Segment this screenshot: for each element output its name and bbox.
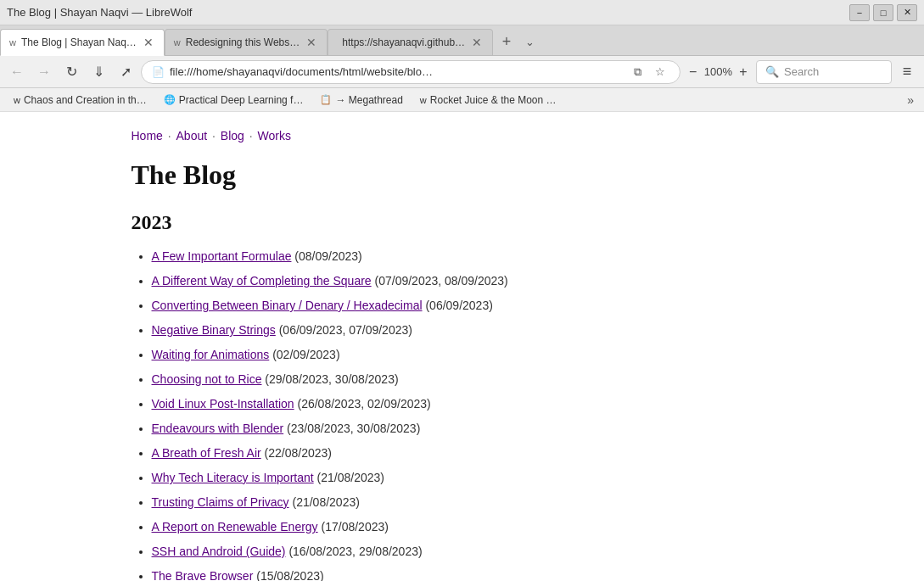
nav-about-link[interactable]: About xyxy=(176,129,208,142)
maximize-button[interactable]: □ xyxy=(873,4,893,21)
list-item: A Report on Renewable Energy (17/08/2023… xyxy=(152,518,793,536)
post-link-8[interactable]: A Breath of Fresh Air xyxy=(152,446,261,460)
share-button[interactable]: ➚ xyxy=(114,60,137,84)
post-date-9: (21/08/2023) xyxy=(317,471,384,484)
post-link-1[interactable]: A Different Way of Completing the Square xyxy=(152,274,372,288)
title-bar: The Blog | Shayan Naqvi — LibreWolf − □ … xyxy=(0,0,924,25)
post-date-11: (17/08/2023) xyxy=(322,520,389,534)
list-item: A Few Important Formulae (08/09/2023) xyxy=(152,248,793,265)
forward-button[interactable]: → xyxy=(32,60,56,84)
reload-button[interactable]: ↻ xyxy=(59,60,83,84)
post-link-3[interactable]: Negative Binary Strings xyxy=(152,323,276,337)
post-link-10[interactable]: Trusting Claims of Privacy xyxy=(152,495,289,509)
nav-sep-2: · xyxy=(212,129,219,142)
search-placeholder: Search xyxy=(784,65,819,78)
post-link-13[interactable]: The Brave Browser xyxy=(152,569,254,581)
url-file-icon: 📄 xyxy=(152,66,165,78)
url-bar[interactable]: 📄 file:///home/shayanaqvi/documents/html… xyxy=(141,60,680,84)
post-link-2[interactable]: Converting Between Binary / Denary / Hex… xyxy=(152,299,423,312)
post-date-3: (06/09/2023, 07/09/2023) xyxy=(279,323,412,337)
post-link-7[interactable]: Endeavours with Blender xyxy=(152,422,284,435)
nav-blog-link[interactable]: Blog xyxy=(221,129,244,142)
search-box[interactable]: 🔍 Search xyxy=(756,60,892,84)
tab-1-label: The Blog | Shayan Naq… xyxy=(21,36,137,48)
search-icon: 🔍 xyxy=(765,65,779,78)
tab-3-label: https://shayanaqvi.github… xyxy=(342,36,465,48)
post-link-9[interactable]: Why Tech Literacy is Important xyxy=(152,471,314,484)
bookmark-4-icon: w xyxy=(420,95,427,105)
tab-2[interactable]: w Redesigning this Webs… ✕ xyxy=(165,29,328,55)
url-actions: ⧉ ☆ xyxy=(629,63,669,81)
list-item: Endeavours with Blender (23/08/2023, 30/… xyxy=(152,420,793,438)
post-link-11[interactable]: A Report on Renewable Energy xyxy=(152,520,318,534)
nav-sep-1: · xyxy=(168,129,175,142)
post-date-5: (29/08/2023, 30/08/2023) xyxy=(265,372,398,386)
list-item: Trusting Claims of Privacy (21/08/2023) xyxy=(152,494,793,511)
bookmarks-bar: w Chaos and Creation in th… 🌐 Practical … xyxy=(0,88,924,112)
post-date-6: (26/08/2023, 02/09/2023) xyxy=(298,397,431,411)
post-date-2: (06/09/2023) xyxy=(425,299,492,312)
blog-post-list: A Few Important Formulae (08/09/2023) A … xyxy=(132,248,793,581)
list-item: A Breath of Fresh Air (22/08/2023) xyxy=(152,444,793,462)
tab-2-icon: w xyxy=(174,37,181,47)
list-item: Void Linux Post-Installation (26/08/2023… xyxy=(152,395,793,413)
back-button[interactable]: ← xyxy=(5,60,29,84)
nav-bar: ← → ↻ ⇓ ➚ 📄 file:///home/shayanaqvi/docu… xyxy=(0,56,924,88)
tab-3[interactable]: https://shayanaqvi.github… ✕ xyxy=(328,29,493,55)
post-date-1: (07/09/2023, 08/09/2023) xyxy=(375,274,508,288)
bookmarks-overflow-button[interactable]: » xyxy=(904,92,917,109)
window-controls[interactable]: − □ ✕ xyxy=(849,4,917,21)
tab-3-close[interactable]: ✕ xyxy=(470,36,484,49)
list-item: Choosing not to Rice (29/08/2023, 30/08/… xyxy=(152,371,793,388)
bookmark-2-label: Practical Deep Learning f… xyxy=(179,94,304,106)
zoom-area: − 100% + xyxy=(684,63,753,81)
tab-1-icon: w xyxy=(9,37,16,47)
zoom-out-button[interactable]: − xyxy=(684,63,703,81)
post-date-0: (08/09/2023) xyxy=(294,249,361,263)
list-item: Converting Between Binary / Denary / Hex… xyxy=(152,297,793,315)
page-content: Home · About · Blog · Works The Blog 202… xyxy=(98,112,827,581)
post-date-10: (21/08/2023) xyxy=(292,495,359,509)
download-button[interactable]: ⇓ xyxy=(87,60,110,84)
bookmark-3-label: → Megathread xyxy=(335,94,402,106)
zoom-in-button[interactable]: + xyxy=(734,63,753,81)
tab-1-close[interactable]: ✕ xyxy=(142,36,155,49)
close-button[interactable]: ✕ xyxy=(897,4,917,21)
post-date-8: (22/08/2023) xyxy=(265,446,332,460)
nav-sep-3: · xyxy=(249,129,256,142)
list-item: SSH and Android (Guide) (16/08/2023, 29/… xyxy=(152,543,793,561)
post-link-5[interactable]: Choosing not to Rice xyxy=(152,372,262,386)
year-2023-heading: 2023 xyxy=(132,211,793,234)
list-item: Waiting for Animations (02/09/2023) xyxy=(152,346,793,364)
minimize-button[interactable]: − xyxy=(849,4,870,21)
page-nav: Home · About · Blog · Works xyxy=(132,129,793,142)
url-text: file:///home/shayanaqvi/documents/html/w… xyxy=(170,65,624,78)
nav-home-link[interactable]: Home xyxy=(132,129,163,142)
new-tab-button[interactable]: + xyxy=(495,29,518,55)
nav-works-link[interactable]: Works xyxy=(258,129,291,142)
list-item: A Different Way of Completing the Square… xyxy=(152,272,793,290)
post-date-12: (16/08/2023, 29/08/2023) xyxy=(288,545,422,558)
bookmark-1[interactable]: w Chaos and Creation in th… xyxy=(7,92,154,108)
bookmark-3[interactable]: 📋 → Megathread xyxy=(313,92,409,108)
post-date-4: (02/09/2023) xyxy=(272,348,339,361)
post-link-6[interactable]: Void Linux Post-Installation xyxy=(152,397,294,411)
post-link-4[interactable]: Waiting for Animations xyxy=(152,348,270,361)
copy-url-button[interactable]: ⧉ xyxy=(629,63,647,81)
tab-overflow-button[interactable]: ⌄ xyxy=(518,29,541,55)
post-link-0[interactable]: A Few Important Formulae xyxy=(152,249,292,263)
list-item: The Brave Browser (15/08/2023) xyxy=(152,567,793,581)
zoom-level: 100% xyxy=(704,65,732,78)
post-link-12[interactable]: SSH and Android (Guide) xyxy=(152,545,286,558)
tab-bar: w The Blog | Shayan Naq… ✕ w Redesigning… xyxy=(0,25,924,56)
bookmark-4[interactable]: w Rocket Juice & the Moon … xyxy=(413,92,563,108)
tab-2-close[interactable]: ✕ xyxy=(305,36,318,49)
bookmark-2-icon: 🌐 xyxy=(164,94,176,105)
menu-button[interactable]: ≡ xyxy=(895,60,919,84)
bookmark-4-label: Rocket Juice & the Moon … xyxy=(430,94,557,106)
list-item: Why Tech Literacy is Important (21/08/20… xyxy=(152,469,793,487)
bookmark-2[interactable]: 🌐 Practical Deep Learning f… xyxy=(157,92,311,108)
bookmark-1-icon: w xyxy=(14,95,20,105)
bookmark-button[interactable]: ☆ xyxy=(651,63,669,81)
tab-1[interactable]: w The Blog | Shayan Naq… ✕ xyxy=(0,29,165,56)
